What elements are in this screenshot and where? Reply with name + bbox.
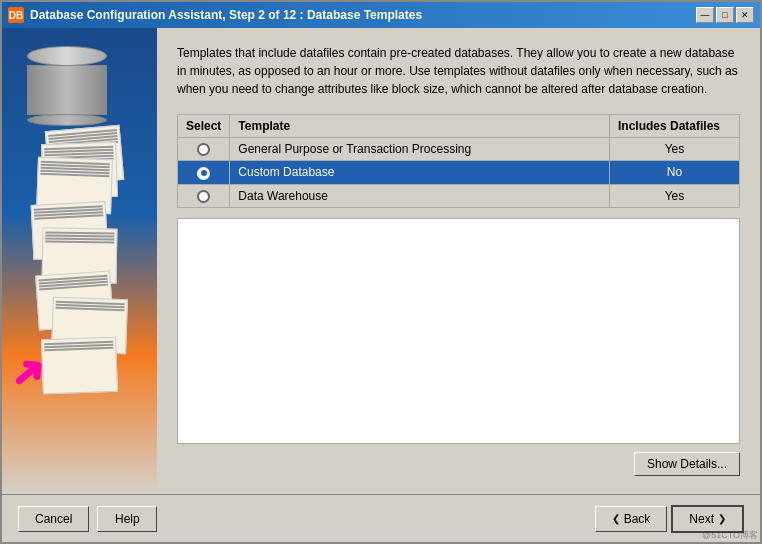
radio-general[interactable] <box>197 143 210 156</box>
paper-doc-8 <box>41 337 118 395</box>
next-chevron-right-icon: ❯ <box>718 513 726 524</box>
includes-warehouse: Yes <box>610 184 740 207</box>
close-button[interactable]: ✕ <box>736 7 754 23</box>
radio-warehouse[interactable] <box>197 190 210 203</box>
includes-custom: No <box>610 161 740 184</box>
table-row[interactable]: Data Warehouse Yes <box>178 184 740 207</box>
col-header-template: Template <box>230 115 610 138</box>
title-bar-left: DB Database Configuration Assistant, Ste… <box>8 7 422 23</box>
radio-custom[interactable] <box>197 167 210 180</box>
table-row[interactable]: General Purpose or Transaction Processin… <box>178 138 740 161</box>
select-custom[interactable] <box>178 161 230 184</box>
show-details-button[interactable]: Show Details... <box>634 452 740 476</box>
title-buttons: — □ ✕ <box>696 7 754 23</box>
window-title: Database Configuration Assistant, Step 2… <box>30 8 422 22</box>
table-row-selected[interactable]: Custom Database No <box>178 161 740 184</box>
main-window: DB Database Configuration Assistant, Ste… <box>0 0 762 544</box>
app-icon: DB <box>8 7 24 23</box>
col-header-select: Select <box>178 115 230 138</box>
select-general[interactable] <box>178 138 230 161</box>
left-panel: ➜ <box>2 28 157 494</box>
empty-area <box>177 218 740 444</box>
back-chevron-left-icon: ❮ <box>612 513 620 524</box>
template-custom[interactable]: Custom Database <box>230 161 610 184</box>
col-header-includes: Includes Datafiles <box>610 115 740 138</box>
includes-general: Yes <box>610 138 740 161</box>
bottom-left-buttons: Cancel Help <box>18 506 157 532</box>
cancel-button[interactable]: Cancel <box>18 506 89 532</box>
maximize-button[interactable]: □ <box>716 7 734 23</box>
bottom-bar: Cancel Help ❮ Back Next ❯ @51CTO博客 <box>2 494 760 542</box>
db-cylinder-illustration <box>27 46 107 126</box>
description-text: Templates that include datafiles contain… <box>177 44 740 98</box>
help-button[interactable]: Help <box>97 506 157 532</box>
minimize-button[interactable]: — <box>696 7 714 23</box>
main-content: ➜ Templates that include datafiles conta… <box>2 28 760 494</box>
back-button[interactable]: ❮ Back <box>595 506 668 532</box>
right-panel: Templates that include datafiles contain… <box>157 28 760 494</box>
template-warehouse[interactable]: Data Warehouse <box>230 184 610 207</box>
title-bar: DB Database Configuration Assistant, Ste… <box>2 2 760 28</box>
watermark: @51CTO博客 <box>702 529 758 542</box>
templates-table: Select Template Includes Datafiles Gener… <box>177 114 740 208</box>
select-warehouse[interactable] <box>178 184 230 207</box>
show-details-row: Show Details... <box>177 444 740 484</box>
template-general[interactable]: General Purpose or Transaction Processin… <box>230 138 610 161</box>
